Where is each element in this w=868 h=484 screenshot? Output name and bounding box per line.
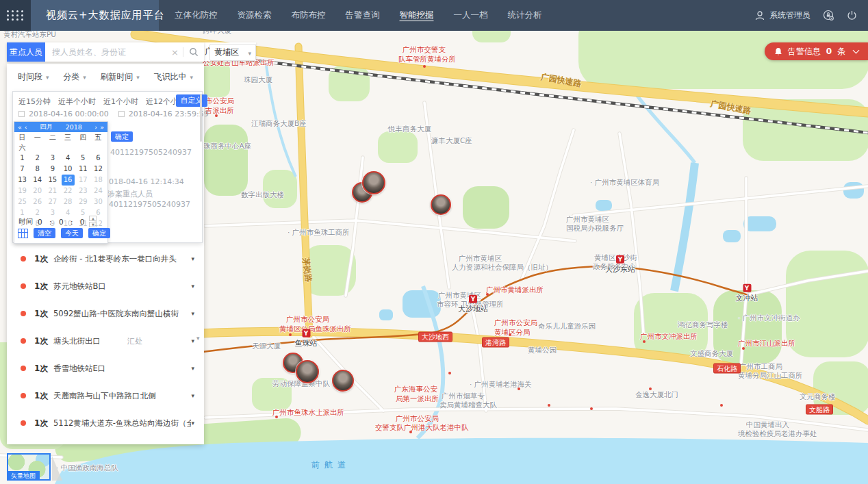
calendar-day-cell[interactable]: 3 bbox=[46, 153, 59, 164]
alert-info-bar[interactable]: 告警信息 0 条 bbox=[765, 42, 868, 60]
map-police-label: 广州市文冲派出所 bbox=[640, 332, 698, 342]
app-grid-icon[interactable] bbox=[0, 0, 31, 31]
filter-dropdown[interactable]: 飞识比中 bbox=[153, 71, 193, 83]
calendar-day-cell[interactable]: 5 bbox=[77, 153, 90, 164]
user-menu[interactable]: 系统管理员 bbox=[754, 10, 810, 21]
result-row[interactable]: 1次 苏元地铁站B口 bbox=[7, 272, 204, 300]
calendar-day-cell[interactable]: 27 bbox=[46, 196, 59, 207]
end-date-checkbox[interactable] bbox=[118, 111, 125, 117]
map-police-label: 广东海事公安 bbox=[394, 385, 437, 394]
calendar-day-cell[interactable]: 15 bbox=[46, 175, 59, 186]
next-month-button[interactable]: › bbox=[94, 123, 97, 131]
calendar-month[interactable]: 四月 bbox=[40, 123, 53, 131]
filter-dropdown[interactable]: 分类 bbox=[63, 71, 86, 83]
calendar-day-cell[interactable]: 11 bbox=[77, 164, 90, 175]
nav-menu-item[interactable]: 立体化防控 bbox=[174, 8, 218, 23]
chevron-down-icon[interactable] bbox=[191, 255, 194, 262]
start-date-checkbox[interactable] bbox=[18, 111, 25, 117]
next-year-button[interactable]: » bbox=[100, 123, 104, 131]
calendar-day-cell[interactable]: 26 bbox=[31, 196, 44, 207]
calendar-day-cell[interactable]: 6 bbox=[92, 153, 105, 164]
result-count: 1次 bbox=[34, 335, 53, 347]
calendar-day-cell[interactable]: 2 bbox=[31, 153, 44, 164]
nav-menu-item[interactable]: 一人一档 bbox=[453, 8, 489, 23]
calendar-day-cell[interactable]: 9 bbox=[46, 164, 59, 175]
chevron-down-icon[interactable] bbox=[191, 337, 194, 344]
calendar-day-cell[interactable]: 17 bbox=[77, 175, 90, 186]
chevron-down-icon[interactable] bbox=[191, 365, 194, 372]
panel-scrollbar[interactable] bbox=[200, 94, 202, 142]
calendar-day-cell[interactable]: 14 bbox=[31, 175, 44, 186]
search-icon[interactable] bbox=[183, 47, 204, 57]
search-category-button[interactable]: 重点人员 bbox=[7, 42, 45, 62]
calendar-day-cell[interactable]: 4 bbox=[62, 153, 75, 164]
calendar-day-cell[interactable]: 29 bbox=[77, 196, 90, 207]
result-row[interactable]: 1次 5092蟹山路-中医院东南向蟹山横街 bbox=[7, 300, 204, 327]
chevron-down-icon[interactable] bbox=[191, 283, 194, 290]
filter-dropdown[interactable]: 刷新时间 bbox=[100, 71, 140, 83]
today-button[interactable]: 今天 bbox=[61, 228, 83, 238]
map-poi-label: 金逸大厦北门 bbox=[635, 390, 678, 400]
time-value[interactable]: 0 : 0 : 0 bbox=[38, 218, 84, 226]
calendar-day-cell[interactable]: 13 bbox=[16, 175, 29, 186]
nav-menu-item[interactable]: 告警查询 bbox=[345, 8, 381, 23]
result-row[interactable]: 1次 天麓南路与山下中路路口北侧 bbox=[7, 382, 204, 409]
end-date-value[interactable]: 2018-04-16 23:59:59 bbox=[129, 110, 209, 118]
calendar-day-cell[interactable]: 24 bbox=[92, 186, 105, 196]
calendar-day-cell[interactable]: 12 bbox=[92, 164, 105, 175]
filter-dropdown[interactable]: 时间段 bbox=[18, 71, 49, 83]
result-row[interactable]: 1次 5112黄埔大道东-鱼珠总站向海边街（全） bbox=[7, 409, 204, 437]
chevron-down-icon[interactable] bbox=[191, 420, 194, 426]
calendar-confirm-button[interactable]: 确定 bbox=[111, 131, 133, 142]
district-selector[interactable]: 黄埔区 bbox=[209, 44, 256, 61]
calendar-day-cell[interactable]: 16 bbox=[62, 175, 75, 186]
quick-time-option[interactable]: 近15分钟 bbox=[18, 97, 51, 107]
calendar-day-cell[interactable]: 25 bbox=[16, 196, 29, 207]
clear-button[interactable]: 清空 bbox=[34, 228, 55, 238]
person-detection-marker[interactable] bbox=[332, 370, 354, 392]
quick-time-option[interactable]: 近半个小时 bbox=[58, 97, 96, 107]
calendar-day-cell[interactable]: 23 bbox=[77, 186, 90, 196]
time-stepper[interactable]: ▲▼ bbox=[89, 216, 97, 227]
calendar-day-cell[interactable]: 22 bbox=[62, 186, 75, 196]
nav-menu-item[interactable]: 布防布控 bbox=[291, 8, 327, 23]
start-date-value[interactable]: 2018-04-16 00:00:00 bbox=[29, 110, 109, 118]
result-row[interactable]: 1次 香雪地铁站E口 bbox=[7, 355, 204, 382]
security-settings-icon[interactable] bbox=[823, 10, 834, 21]
search-input[interactable] bbox=[45, 47, 167, 57]
prev-year-button[interactable]: « bbox=[18, 123, 22, 131]
quick-time-option[interactable]: 近1个小时 bbox=[103, 97, 138, 107]
result-row[interactable]: 1次 企岭街 - 北1巷枣岭东一巷口向井头 bbox=[7, 245, 204, 272]
metro-station-label: 大沙地站 bbox=[458, 304, 488, 314]
calendar-day-cell[interactable]: 1 bbox=[16, 153, 29, 164]
clear-icon[interactable]: × bbox=[167, 47, 183, 58]
poi-marker-dot bbox=[590, 407, 593, 410]
custom-range-button[interactable]: 自定义 bbox=[176, 94, 207, 107]
nav-menu-item[interactable]: 智能挖掘 bbox=[399, 8, 435, 23]
chevron-down-icon[interactable] bbox=[191, 310, 194, 317]
calendar-day-cell[interactable]: 8 bbox=[31, 164, 44, 175]
person-detection-marker[interactable] bbox=[362, 171, 385, 194]
confirm-button[interactable]: 确定 bbox=[88, 228, 110, 238]
calendar-day-cell[interactable]: 10 bbox=[62, 164, 75, 175]
prev-month-button[interactable]: ‹ bbox=[25, 123, 27, 131]
calendar-day-cell[interactable]: 28 bbox=[62, 196, 75, 207]
minimap-label[interactable]: 矢量地图 bbox=[7, 471, 40, 481]
chevron-down-icon[interactable] bbox=[191, 392, 194, 399]
calendar-day-cell[interactable]: 20 bbox=[31, 186, 44, 196]
power-icon[interactable] bbox=[847, 10, 857, 21]
calendar-grid-icon[interactable] bbox=[18, 229, 28, 238]
result-row[interactable]: 1次 塘头北街出口 bbox=[7, 327, 204, 355]
poi-marker-dot bbox=[289, 333, 292, 336]
nav-menu-item[interactable]: 资源检索 bbox=[237, 8, 272, 23]
calendar-day-cell[interactable]: 7 bbox=[16, 164, 29, 175]
result-location: 塘头北街出口 bbox=[53, 336, 191, 346]
nav-menu-item[interactable]: 统计分析 bbox=[507, 8, 543, 23]
person-detection-marker[interactable] bbox=[296, 360, 319, 383]
calendar-year[interactable]: 2018 bbox=[66, 123, 82, 131]
calendar-day-cell[interactable]: 18 bbox=[92, 175, 105, 186]
calendar-day-cell[interactable]: 30 bbox=[92, 196, 105, 207]
person-detection-marker[interactable] bbox=[431, 194, 451, 215]
calendar-day-cell[interactable]: 19 bbox=[16, 186, 29, 196]
calendar-day-cell[interactable]: 21 bbox=[46, 186, 59, 196]
